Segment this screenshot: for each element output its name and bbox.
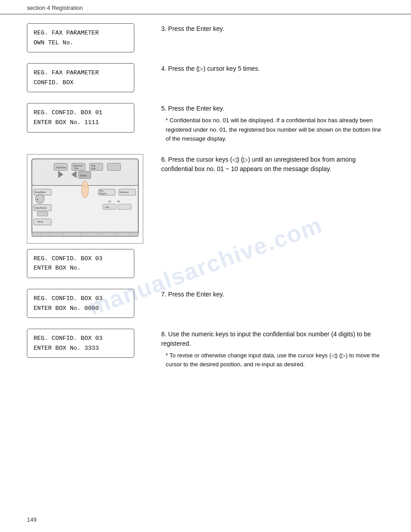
step-7-display-line2: ENTER BOX No. 0000 [34,304,128,313]
step-4-number: 4. [161,65,167,72]
step-7-row: REG. CONFID. BOX 03 ENTER BOX No. 0000 7… [27,289,384,318]
step-8-display-line1: REG. CONFID. BOX 03 [34,334,128,343]
svg-rect-35 [118,204,131,210]
step-6-display: REG. CONFID. BOX 03 ENTER BOX No. [27,249,134,278]
step-6-right: 6. Press the cursor keys (◁) (▷) until a… [161,154,384,176]
svg-text:23: 23 [108,200,111,203]
svg-rect-23 [37,212,48,216]
step-8-note: * To revise or otherwise change input da… [161,351,384,369]
step-6-display-line2: ENTER BOX No. [34,263,128,273]
step-7-instruction: Press the Enter key. [168,291,224,298]
step-8-number: 8. [161,330,167,338]
step-7-display-line1: REG. CONFID. BOX 03 [34,294,128,304]
svg-text:Broadcast: Broadcast [120,191,129,193]
step-7-right: 7. Press the Enter key. [161,289,384,302]
step-6-left: Half-Tone Super Fine Fine Dark Light Ent… [27,154,152,278]
fax-machine-diagram: Half-Tone Super Fine Fine Dark Light Ent… [27,154,143,244]
step-4-instruction: Press the (▷) cursor key 5 times. [168,65,260,72]
step-3-row: REG. FAX PARAMETER OWN TEL No. 3. Press … [27,23,384,52]
step-5-left: REG. CONFID. BOX 01 ENTER BOX No. 1111 [27,103,152,132]
step-8-instruction: Use the numeric keys to input the confid… [161,330,371,347]
svg-text:Super Fine: Super Fine [73,165,83,167]
svg-point-16 [83,180,87,187]
step-4-display: REG. FAX PARAMETER CONFID. BOX [27,63,134,92]
step-5-display-line1: REG. CONFID. BOX 01 [34,108,128,118]
step-4-row: REG. FAX PARAMETER CONFID. BOX 4. Press … [27,63,384,92]
step-6-row: Half-Tone Super Fine Fine Dark Light Ent… [27,154,384,278]
step-5-text: 5. Press the Enter key. [161,104,384,113]
svg-text:Reset/Eject: Reset/Eject [34,191,46,193]
main-content: REG. FAX PARAMETER OWN TEL No. 3. Press … [0,14,411,398]
step-3-left: REG. FAX PARAMETER OWN TEL No. [27,23,152,52]
svg-text:Enter: Enter [80,174,86,176]
step-4-display-line1: REG. FAX PARAMETER [34,68,128,78]
step-5-note: * Confidential box no. 01 will be displa… [161,116,384,143]
section-label: section 4 Registration [27,4,83,11]
step-8-row: REG. CONFID. BOX 03 ENTER BOX No. 3333 8… [27,329,384,369]
step-5-number: 5. [161,105,167,112]
svg-text:Copy/Space: Copy/Space [34,207,47,209]
svg-rect-5 [107,163,121,171]
step-5-display: REG. CONFID. BOX 01 ENTER BOX No. 1111 [27,103,134,132]
step-6-text: 6. Press the cursor keys (◁) (▷) until a… [161,155,384,174]
page-header: section 4 Registration [0,0,411,14]
svg-text:Half-Tone: Half-Tone [56,166,66,168]
svg-text:Fine: Fine [74,167,78,169]
step-4-left: REG. FAX PARAMETER CONFID. BOX [27,63,152,92]
step-3-instruction: Press the Enter key. [168,25,224,32]
step-8-display: REG. CONFID. BOX 03 ENTER BOX No. 3333 [27,329,134,358]
step-5-right: 5. Press the Enter key. * Confidential b… [161,103,384,143]
step-3-display-line2: OWN TEL No. [34,38,128,48]
step-6-instruction: Press the cursor keys (◁) (▷) until an u… [161,156,355,172]
svg-text:●: ● [37,198,38,201]
step-3-right: 3. Press the Enter key. [161,23,384,36]
step-7-number: 7. [161,291,167,298]
svg-text:Send: Send [37,220,43,223]
step-7-display: REG. CONFID. BOX 03 ENTER BOX No. 0000 [27,289,134,318]
svg-rect-36 [32,232,138,236]
step-3-text: 3. Press the Enter key. [161,24,384,34]
step-8-display-line2: ENTER BOX No. 3333 [34,343,128,353]
step-5-row: REG. CONFID. BOX 01 ENTER BOX No. 1111 5… [27,103,384,143]
step-4-text: 4. Press the (▷) cursor key 5 times. [161,64,384,73]
svg-text:GHI: GHI [105,206,109,209]
svg-text:Print: Print [99,190,104,192]
step-7-left: REG. CONFID. BOX 03 ENTER BOX No. 0000 [27,289,152,318]
page-number: 149 [27,516,37,523]
step-8-left: REG. CONFID. BOX 03 ENTER BOX No. 3333 [27,329,152,358]
svg-text:24: 24 [117,200,120,203]
step-6-display-line1: REG. CONFID. BOX 03 [34,254,128,264]
step-6-number: 6. [161,156,167,163]
step-8-right: 8. Use the numeric keys to input the con… [161,329,384,369]
step-5-display-line2: ENTER BOX No. 1111 [34,118,128,128]
step-8-text: 8. Use the numeric keys to input the con… [161,330,384,348]
step-3-number: 3. [161,25,167,32]
step-4-display-line2: CONFID. BOX [34,78,128,88]
step-4-right: 4. Press the (▷) cursor key 5 times. [161,63,384,76]
svg-text:Dark: Dark [91,165,96,167]
step-3-display-line1: REG. FAX PARAMETER [34,28,128,38]
step-5-instruction: Press the Enter key. [168,105,224,112]
svg-text:Reports: Reports [99,193,107,195]
step-3-display: REG. FAX PARAMETER OWN TEL No. [27,23,134,52]
step-7-text: 7. Press the Enter key. [161,290,384,299]
svg-text:Light: Light [91,167,96,169]
